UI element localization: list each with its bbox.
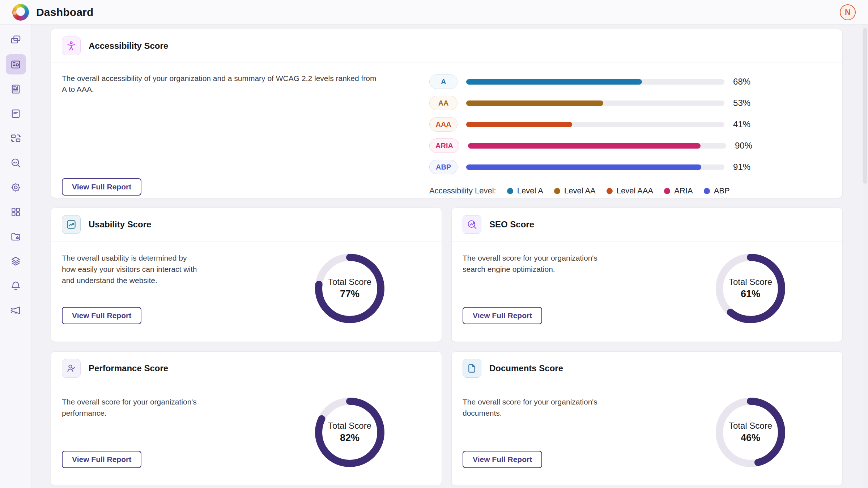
level-a-badge: A (429, 74, 458, 89)
sidebar-item-announcements[interactable] (6, 300, 26, 320)
seo-donut-value: 61% (741, 288, 760, 300)
accessibility-card-header: Accessibility Score (51, 29, 842, 63)
page-title: Dashboard (36, 6, 94, 18)
documents-icon-tile (463, 359, 481, 378)
user-check-icon (66, 363, 77, 374)
avatar[interactable]: N (840, 4, 856, 20)
main-content: Accessibility Score The overall accessib… (32, 25, 843, 486)
seo-search-icon (467, 219, 477, 230)
documents-score-card: Documents Score The overall score for yo… (451, 351, 843, 486)
windows-stack-icon (10, 34, 21, 46)
accessibility-description: The overall accessibility of your organi… (62, 73, 380, 95)
level-aaa-dot-icon (607, 188, 613, 194)
documents-description: The overall score for your organization'… (463, 396, 600, 419)
aria-badge: ARIA (429, 138, 459, 153)
document-icon (10, 108, 21, 119)
level-aa-bar (466, 100, 724, 106)
performance-score-card: Performance Score The overall score for … (51, 351, 442, 486)
level-aaa-bar (466, 122, 724, 127)
seo-donut-chart: Total Score 61% (716, 252, 785, 324)
accessibility-bar-row-aria: ARIA 90% (429, 138, 829, 153)
abp-badge: ABP (429, 160, 458, 174)
notifications-bell-icon (10, 280, 21, 291)
accessibility-bar-row-aaa: AAA 41% (429, 117, 829, 132)
accessibility-view-full-report-button[interactable]: View Full Report (62, 178, 141, 196)
documents-view-full-report-button[interactable]: View Full Report (463, 451, 542, 468)
dashboard-icon (10, 59, 21, 70)
legend-item-level-aaa: Level AAA (607, 186, 654, 196)
legend-item-level-aa: Level AA (554, 186, 596, 196)
usability-icon-tile (62, 215, 81, 234)
sidebar-item-apps[interactable] (6, 202, 26, 222)
documents-card-title: Documents Score (489, 363, 563, 373)
scrollbar[interactable] (862, 25, 868, 488)
performance-view-full-report-button[interactable]: View Full Report (62, 451, 141, 468)
megaphone-icon (10, 305, 21, 316)
seo-description: The overall score for your organization'… (463, 252, 600, 275)
app-header: Dashboard N (0, 0, 868, 25)
level-aaa-percent: 41% (733, 119, 762, 129)
performance-donut-label: Total Score (328, 421, 371, 431)
seo-view-full-report-button[interactable]: View Full Report (463, 307, 542, 324)
performance-donut-chart: Total Score 82% (315, 396, 384, 468)
level-aa-badge: AA (429, 96, 458, 110)
accessibility-bar-row-aa: AA 53% (429, 96, 829, 110)
sidebar-item-settings[interactable] (6, 177, 26, 197)
accessibility-legend: Accessibility Level: Level A Level AA Le… (429, 186, 829, 196)
legend-item-aria: ARIA (664, 186, 693, 196)
sidebar-item-windows-stack[interactable] (6, 30, 26, 50)
documents-donut-value: 46% (741, 432, 760, 444)
sidebar (0, 25, 32, 488)
accessibility-bar-row-abp: ABP 91% (429, 160, 829, 174)
sidebar-item-crawl[interactable] (6, 153, 26, 173)
level-aaa-badge: AAA (429, 117, 458, 132)
performance-description: The overall score for your organization'… (62, 396, 199, 419)
settings-icon (10, 182, 21, 193)
sidebar-item-layers[interactable] (6, 251, 26, 271)
search-crawl-icon (10, 157, 21, 168)
abp-dot-icon (704, 188, 710, 194)
usability-view-full-report-button[interactable]: View Full Report (62, 307, 141, 324)
documents-donut-chart: Total Score 46% (716, 396, 785, 468)
documents-donut-label: Total Score (729, 421, 772, 431)
report-chart-icon (10, 84, 21, 95)
usability-description: The overall usability is determined by h… (62, 252, 199, 286)
level-a-percent: 68% (733, 77, 762, 87)
brand-logo-icon (12, 4, 29, 21)
usability-donut-value: 77% (340, 288, 359, 300)
performance-card-title: Performance Score (89, 363, 168, 373)
file-icon (467, 363, 477, 374)
performance-icon-tile (62, 359, 81, 378)
sidebar-item-transfer[interactable] (6, 128, 26, 148)
sidebar-item-notifications[interactable] (6, 275, 26, 296)
accessibility-score-card: Accessibility Score The overall accessib… (51, 29, 843, 198)
documents-card-header: Documents Score (452, 352, 842, 385)
seo-card-title: SEO Score (489, 219, 534, 230)
performance-donut-value: 82% (340, 432, 359, 444)
level-aa-percent: 53% (733, 98, 762, 108)
accessibility-bar-row-a: A 68% (429, 74, 829, 89)
sidebar-item-dashboard[interactable] (6, 54, 26, 74)
aria-dot-icon (664, 188, 670, 194)
performance-card-header: Performance Score (51, 352, 442, 385)
level-a-dot-icon (507, 188, 513, 194)
abp-percent: 91% (733, 162, 762, 172)
apps-grid-icon (10, 206, 21, 218)
seo-card-header: SEO Score (452, 208, 842, 241)
seo-donut-label: Total Score (729, 277, 772, 287)
seo-score-card: SEO Score The overall score for your org… (451, 207, 843, 342)
sidebar-item-folder-settings[interactable] (6, 226, 26, 247)
sidebar-item-pages[interactable] (6, 103, 26, 124)
legend-title: Accessibility Level: (429, 186, 496, 196)
sidebar-item-reports[interactable] (6, 79, 26, 99)
legend-item-abp: ABP (704, 186, 730, 196)
trend-chart-icon (66, 219, 77, 230)
legend-item-level-a: Level A (507, 186, 543, 196)
usability-donut-chart: Total Score 77% (315, 252, 384, 324)
usability-score-card: Usability Score The overall usability is… (51, 207, 442, 342)
usability-card-title: Usability Score (89, 219, 151, 230)
seo-icon-tile (463, 215, 481, 234)
usability-card-header: Usability Score (51, 208, 442, 241)
folder-settings-icon (10, 231, 21, 242)
scrollbar-thumb[interactable] (863, 28, 867, 184)
